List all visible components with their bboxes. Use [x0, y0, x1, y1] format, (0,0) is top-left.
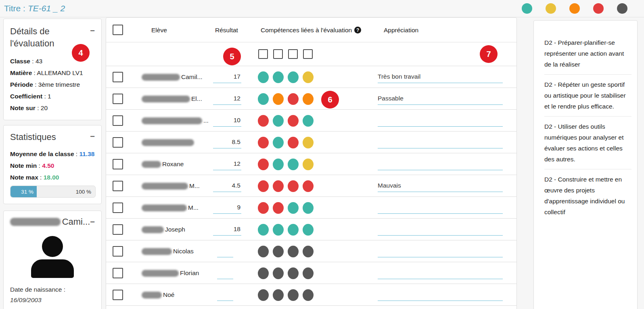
competency-dot-gray[interactable]	[303, 289, 314, 301]
competency-dot-teal[interactable]	[288, 71, 299, 83]
table-row: Camil...17Très bon travail	[106, 66, 516, 88]
competency-dot-teal[interactable]	[273, 224, 284, 236]
row-checkbox[interactable]	[113, 115, 123, 126]
competency-dot-red[interactable]	[288, 115, 299, 127]
competence-column-checkbox-1[interactable]	[258, 49, 268, 59]
result-input[interactable]: 17	[213, 71, 241, 83]
legend-color-dot-teal[interactable]	[522, 3, 532, 14]
progress-total: 100 %	[76, 186, 91, 197]
row-checkbox[interactable]	[113, 181, 123, 191]
competency-dot-red[interactable]	[288, 93, 299, 105]
competence-column-checkbox-4[interactable]	[303, 49, 313, 59]
result-input[interactable]: 18	[213, 223, 241, 236]
row-checkbox[interactable]	[113, 203, 123, 213]
row-checkbox[interactable]	[113, 137, 123, 148]
competency-dot-red[interactable]	[258, 180, 269, 192]
competency-dot-red[interactable]	[258, 137, 269, 148]
competency-dot-teal[interactable]	[273, 159, 284, 170]
appreciation-input[interactable]: Passable	[378, 93, 503, 105]
select-all-checkbox[interactable]	[113, 25, 123, 35]
legend-color-dot-yellow[interactable]	[546, 3, 556, 14]
competency-dot-teal[interactable]	[288, 159, 299, 170]
competency-dot-red[interactable]	[258, 159, 269, 170]
collapse-icon[interactable]: −	[90, 25, 95, 36]
competency-dot-gray[interactable]	[258, 246, 269, 257]
row-checkbox[interactable]	[113, 290, 123, 300]
row-checkbox[interactable]	[113, 246, 123, 257]
row-checkbox[interactable]	[113, 159, 123, 169]
competence-item: D2 - Construire et mettre en œuvre des p…	[544, 169, 631, 222]
collapse-icon[interactable]: −	[90, 217, 95, 227]
competency-dot-gray[interactable]	[273, 267, 284, 279]
competency-dot-red[interactable]	[288, 180, 299, 192]
result-input[interactable]	[217, 289, 233, 301]
competency-dot-red[interactable]	[273, 180, 284, 192]
appreciation-input[interactable]	[378, 202, 503, 214]
competency-dot-teal[interactable]	[303, 224, 314, 236]
competency-dot-yellow[interactable]	[303, 159, 314, 170]
competence-column-checkbox-2[interactable]	[273, 49, 283, 59]
row-checkbox[interactable]	[113, 268, 123, 278]
student-name-visible: Camil...	[181, 73, 203, 81]
result-input[interactable]: 9	[213, 202, 241, 214]
competency-dot-teal[interactable]	[258, 224, 269, 236]
result-input[interactable]: 10	[213, 115, 241, 127]
collapse-icon[interactable]: −	[90, 131, 95, 142]
appreciation-input[interactable]	[378, 223, 503, 236]
competency-dot-teal[interactable]	[258, 71, 269, 83]
result-input[interactable]: 8.5	[213, 136, 241, 148]
appreciation-input[interactable]	[378, 158, 503, 170]
competence-column-checkbox-3[interactable]	[288, 49, 298, 59]
legend-color-dot-orange[interactable]	[569, 3, 580, 14]
student-name-cell: Joseph	[142, 219, 185, 240]
competency-dot-teal[interactable]	[288, 224, 299, 236]
competency-dot-gray[interactable]	[273, 246, 284, 257]
appreciation-input[interactable]	[378, 245, 503, 257]
appreciation-input[interactable]: Mauvais	[378, 180, 503, 192]
competency-dot-gray[interactable]	[273, 289, 284, 301]
competency-dot-gray[interactable]	[288, 246, 299, 257]
result-input[interactable]: 4.5	[213, 180, 241, 192]
redacted-name	[142, 139, 194, 146]
result-input[interactable]	[217, 267, 233, 279]
competency-dot-gray[interactable]	[258, 267, 269, 279]
competency-dot-gray[interactable]	[303, 246, 314, 257]
competency-dot-gray[interactable]	[258, 289, 269, 301]
competency-dot-red[interactable]	[273, 202, 284, 214]
result-input[interactable]: 12	[213, 158, 241, 170]
row-checkbox[interactable]	[113, 94, 123, 104]
competency-dot-gray[interactable]	[288, 289, 299, 301]
appreciation-input[interactable]	[378, 289, 503, 301]
competency-dot-teal[interactable]	[258, 93, 269, 105]
competency-dot-teal[interactable]	[288, 202, 299, 214]
details-fields: Classe : 43Matière : ALLEMAND LV1Période…	[10, 55, 95, 114]
competency-dot-teal[interactable]	[273, 71, 284, 83]
competency-dot-orange[interactable]	[273, 93, 284, 105]
competency-dot-teal[interactable]	[303, 202, 314, 214]
competency-dot-red[interactable]	[258, 202, 269, 214]
competency-dot-yellow[interactable]	[303, 71, 314, 83]
appreciation-input[interactable]	[378, 115, 503, 127]
legend-color-dot-gray[interactable]	[617, 3, 627, 14]
min-grade-value: 4.50	[42, 162, 54, 169]
help-icon[interactable]: ?	[354, 27, 361, 33]
competency-dot-gray[interactable]	[303, 267, 314, 279]
result-input[interactable]: 12	[213, 93, 241, 105]
competency-dot-yellow[interactable]	[303, 137, 314, 148]
competency-dot-red[interactable]	[288, 137, 299, 148]
competency-dot-orange[interactable]	[303, 93, 314, 105]
appreciation-input[interactable]	[378, 136, 503, 148]
appreciation-input[interactable]	[378, 267, 503, 279]
competency-dot-teal[interactable]	[303, 115, 314, 127]
competency-dot-teal[interactable]	[273, 115, 284, 127]
competency-dot-red[interactable]	[303, 180, 314, 192]
result-input[interactable]	[217, 245, 233, 257]
competency-dot-gray[interactable]	[288, 267, 299, 279]
legend-color-dot-red[interactable]	[593, 3, 604, 14]
competency-dot-teal[interactable]	[273, 137, 284, 148]
competence-item: D2 - Utiliser des outils numériques pour…	[544, 116, 631, 169]
row-checkbox[interactable]	[113, 72, 123, 82]
appreciation-input[interactable]: Très bon travail	[378, 71, 503, 83]
row-checkbox[interactable]	[113, 224, 123, 235]
competency-dot-red[interactable]	[258, 115, 269, 127]
